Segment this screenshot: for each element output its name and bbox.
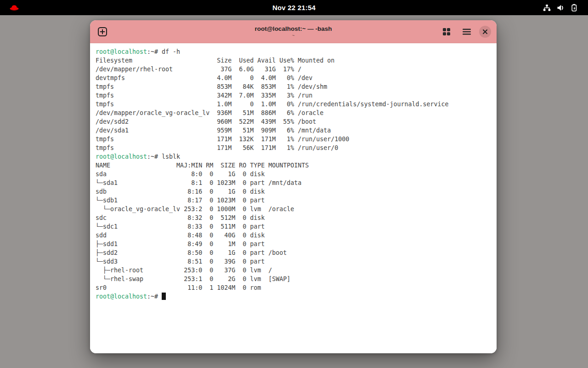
title-block: root@localhost:~ — -bash ~	[171, 25, 415, 39]
close-icon	[482, 29, 488, 34]
clock-label[interactable]: Nov 22 21:54	[272, 4, 316, 12]
volume-icon	[557, 4, 565, 12]
terminal-output-line: NAME MAJ:MIN RM SIZE RO TYPE MOUNTPOINTS	[96, 161, 491, 170]
terminal-output-line: Filesystem Size Used Avail Use% Mounted …	[96, 56, 491, 65]
battery-charging-icon	[571, 4, 578, 12]
network-wired-icon	[543, 4, 551, 12]
grid-icon	[442, 28, 451, 36]
prompt-command: :~#	[147, 293, 162, 300]
terminal-window: root@localhost:~ — -bash ~	[90, 20, 497, 353]
terminal-output-line: └─sdc1 8:33 0 511M 0 part	[96, 222, 491, 231]
prompt-user-host: root@localhost	[96, 48, 147, 55]
terminal-output-line: /dev/mapper/oracle_vg-oracle_lv 936M 51M…	[96, 109, 491, 117]
redhat-logo-icon	[9, 4, 19, 11]
hamburger-icon	[462, 28, 471, 35]
prompt-user-host: root@localhost	[96, 293, 147, 300]
clock: Nov 22 21:54	[0, 0, 588, 15]
terminal-output-line: └─sda1 8:1 0 1023M 0 part /mnt/data	[96, 178, 491, 187]
terminal-output-line: sdd 8:48 0 40G 0 disk	[96, 231, 491, 240]
activities-button[interactable]	[7, 2, 21, 13]
new-tab-button[interactable]	[95, 24, 110, 40]
terminal-output-line: /dev/mapper/rhel-root 37G 6.0G 31G 17% /	[96, 65, 491, 74]
terminal-output-line: └─rhel-swap 253:1 0 2G 0 lvm [SWAP]	[96, 275, 491, 283]
terminal-output-line: └─oracle_vg-oracle_lv 253:2 0 1000M 0 lv…	[96, 205, 491, 213]
terminal-body[interactable]: root@localhost:~# df -hFilesystem Size U…	[90, 43, 497, 353]
terminal-output-line: ├─rhel-root 253:0 0 37G 0 lvm /	[96, 266, 491, 275]
headerbar[interactable]: root@localhost:~ — -bash ~	[90, 20, 497, 43]
plus-icon	[97, 27, 107, 37]
terminal-output-line: └─sdd3 8:51 0 39G 0 part	[96, 257, 491, 266]
prompt-line: root@localhost:~# lsblk	[96, 152, 491, 161]
prompt-command: :~# lsblk	[147, 153, 180, 160]
top-bar: Nov 22 21:54	[0, 0, 588, 15]
terminal-output-line: tmpfs 1.0M 0 1.0M 0% /run/credentials/sy…	[96, 100, 491, 109]
terminal-output-line: tmpfs 853M 84K 853M 1% /dev/shm	[96, 82, 491, 91]
terminal-output-line: tmpfs 342M 7.0M 335M 3% /run	[96, 91, 491, 100]
terminal-output-line: └─sdb1 8:17 0 1023M 0 part	[96, 196, 491, 205]
terminal-output-line: ├─sdd2 8:50 0 1G 0 part /boot	[96, 248, 491, 257]
prompt-line: root@localhost:~#	[96, 292, 491, 301]
menu-button[interactable]	[459, 24, 475, 40]
terminal-output-line: devtmpfs 4.0M 0 4.0M 0% /dev	[96, 74, 491, 82]
terminal-output-line: sr0 11:0 1 1024M 0 rom	[96, 283, 491, 292]
terminal-output-line: sdc 8:32 0 512M 0 disk	[96, 213, 491, 222]
tab-overview-button[interactable]	[439, 24, 454, 40]
prompt-line: root@localhost:~# df -h	[96, 47, 491, 56]
terminal-output-line: /dev/sda1 959M 51M 909M 6% /mnt/data	[96, 126, 491, 135]
cursor-block	[162, 293, 166, 300]
window-title: root@localhost:~ — -bash	[171, 25, 415, 33]
status-tray[interactable]	[539, 2, 582, 14]
terminal-output-line: sda 8:0 0 1G 0 disk	[96, 170, 491, 178]
terminal-output-line: tmpfs 171M 56K 171M 1% /run/user/0	[96, 144, 491, 152]
terminal-output-line: tmpfs 171M 132K 171M 1% /run/user/1000	[96, 135, 491, 144]
terminal-output-line: sdb 8:16 0 1G 0 disk	[96, 187, 491, 196]
prompt-command: :~# df -h	[147, 48, 180, 55]
prompt-user-host: root@localhost	[96, 153, 147, 160]
window-subtitle: ~	[171, 33, 415, 39]
close-button[interactable]	[479, 26, 491, 38]
terminal-output-line: ├─sdd1 8:49 0 1M 0 part	[96, 240, 491, 248]
terminal-output-line: /dev/sdd2 960M 522M 439M 55% /boot	[96, 117, 491, 126]
